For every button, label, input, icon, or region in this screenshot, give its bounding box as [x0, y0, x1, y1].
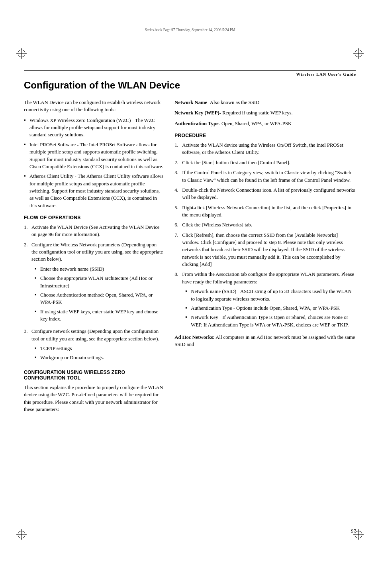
intro-paragraph: The WLAN Device can be configured to est…	[24, 99, 163, 114]
chapter-title: Configuration of the WLAN Device	[24, 80, 356, 91]
list-item: Choose the appropriate WLAN architecture…	[35, 275, 163, 289]
list-item: Authentication Type - Options include Op…	[185, 305, 356, 312]
flow-steps-list: 1. Activate the WLAN Device (See Activat…	[24, 224, 163, 364]
list-item: 2. Configure the Wireless Network parame…	[24, 241, 163, 325]
page-number: 97	[351, 528, 356, 534]
ad-hoc-paragraph: Ad Hoc Networks: All computers in an Ad …	[174, 334, 356, 348]
list-item: Network name (SSID) - ASCII string of up…	[185, 288, 356, 303]
header-bar: Wireless LAN User's Guide	[24, 70, 356, 77]
procedure-steps-list: 1. Activate the WLAN device using the Wi…	[174, 142, 356, 331]
list-item: Network Key - If Authentication Type is …	[185, 314, 356, 328]
list-item: 2. Click the [Start] button first and th…	[174, 159, 356, 166]
sub-bullet-list: TCP/IP settings Workgroup or Domain sett…	[35, 345, 163, 362]
two-column-layout: The WLAN Device can be configured to est…	[24, 99, 356, 416]
config-intro: This section explains the procedure to p…	[24, 384, 163, 413]
list-item: 1. Activate the WLAN device using the Wi…	[174, 142, 356, 156]
flow-heading: FLOW OF OPERATIONS	[24, 215, 163, 220]
list-item: Intel PROSet Software - The Intel PROSet…	[24, 141, 163, 170]
page: Series.book Page 97 Thursday, September …	[0, 0, 380, 588]
list-item: 7. Click [Refresh], then choose the corr…	[174, 232, 356, 268]
list-item: 1. Activate the WLAN Device (See Activat…	[24, 224, 163, 238]
list-item: 8. From within the Association tab confi…	[174, 271, 356, 331]
list-item: 6. Click the [Wireless Networks] tab.	[174, 221, 356, 228]
param-network-key: Network Key (WEP)- Required if using sta…	[174, 109, 356, 116]
corner-mark-tl	[16, 48, 27, 59]
list-item: 3. If the Control Panel is in Category v…	[174, 169, 356, 184]
list-item: Enter the network name (SSID)	[35, 265, 163, 273]
param-auth-type: Authentication Type- Open, Shared, WPA, …	[174, 120, 356, 127]
list-item: Atheros Client Utility - The Atheros Cli…	[24, 173, 163, 209]
right-column: Network Name- Also known as the SSID Net…	[174, 99, 356, 416]
list-item: Workgroup or Domain settings.	[35, 354, 163, 361]
list-item: TCP/IP settings	[35, 345, 163, 352]
sub-bullet-list: Network name (SSID) - ASCII string of up…	[185, 288, 356, 328]
sub-bullet-list: Enter the network name (SSID) Choose the…	[35, 265, 163, 323]
list-item: Windows XP Wireless Zero Configuration (…	[24, 117, 163, 139]
list-item: 3. Configure network settings (Depending…	[24, 328, 163, 364]
list-item: 5. Right-click [Wireless Network Connect…	[174, 204, 356, 219]
config-heading: CONFIGURATION USING WIRELESS ZERO CONFIG…	[24, 370, 163, 381]
procedure-heading: Procedure	[174, 133, 356, 138]
main-content: Configuration of the WLAN Device The WLA…	[24, 80, 356, 528]
list-item: 4. Double-click the Network Connections …	[174, 187, 356, 201]
print-mark: Series.book Page 97 Thursday, September …	[145, 28, 235, 32]
corner-mark-tr	[353, 48, 364, 59]
list-item: Choose Authentication method: Open, Shar…	[35, 291, 163, 306]
header-title: Wireless LAN User's Guide	[296, 72, 356, 77]
param-network-name: Network Name- Also known as the SSID	[174, 99, 356, 106]
corner-mark-bl	[16, 529, 27, 540]
left-column: The WLAN Device can be configured to est…	[24, 99, 163, 416]
tools-list: Windows XP Wireless Zero Configuration (…	[24, 117, 163, 209]
list-item: If using static WEP keys, enter static W…	[35, 308, 163, 323]
